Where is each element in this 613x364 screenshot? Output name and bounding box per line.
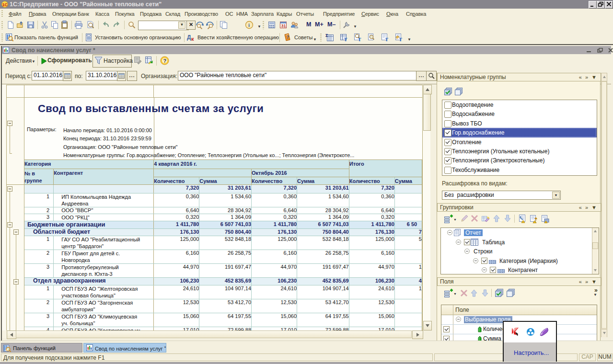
svg-text:к: к — [191, 36, 194, 42]
svg-text:T: T — [358, 37, 361, 42]
svg-text:T: T — [344, 37, 347, 42]
svg-text:1С: 1С — [2, 2, 8, 7]
svg-text:Д: Д — [187, 34, 191, 41]
svg-text:T: T — [399, 37, 403, 42]
svg-text:31: 31 — [281, 23, 286, 28]
svg-text:Σ: Σ — [325, 33, 328, 38]
svg-text:?: ? — [163, 58, 167, 64]
svg-text:T: T — [385, 37, 389, 42]
svg-text:?: ? — [287, 34, 289, 40]
svg-text:i: i — [248, 22, 250, 28]
